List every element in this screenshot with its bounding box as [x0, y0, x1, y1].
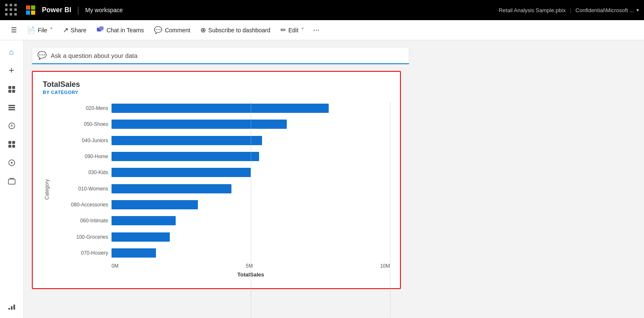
x-axis-title: TotalSales: [53, 271, 390, 278]
bar-track: [112, 248, 390, 258]
bar-track: [112, 184, 390, 193]
bar-row: 030-Kids: [53, 166, 390, 179]
powerbi-brand: Power BI: [42, 6, 71, 14]
svg-rect-21: [8, 179, 15, 184]
bar-label: 010-Womens: [53, 186, 112, 192]
bar-row: 070-Hosiery: [53, 246, 390, 260]
microsoft-logo: [26, 5, 35, 15]
top-bar: Power BI | My workspace Retail Analysis …: [0, 0, 644, 20]
sidebar-item-home[interactable]: ⌂: [3, 44, 20, 60]
svg-rect-10: [12, 90, 15, 93]
bar-fill: [112, 232, 170, 242]
x-axis: 0M 5M 10M: [53, 263, 390, 269]
svg-rect-11: [8, 109, 15, 110]
bar-label: 040-Juniors: [53, 138, 112, 143]
edit-chevron: ˅: [301, 27, 304, 34]
confidential-chevron[interactable]: ▾: [636, 7, 639, 13]
bar-track: [112, 104, 390, 113]
bar-row: 060-Intimate: [53, 214, 390, 227]
hamburger-icon: ☰: [11, 26, 17, 34]
bar-fill: [112, 200, 198, 209]
sidebar-item-metrics[interactable]: [3, 117, 20, 134]
bar-row: 040-Juniors: [53, 134, 390, 147]
x-label-0m: 0M: [112, 263, 119, 269]
bar-chart: Category 020-Mens050-Shoes040-Juniors090…: [43, 102, 390, 278]
bar-track: [112, 200, 390, 209]
app-launcher-button[interactable]: [5, 4, 18, 16]
top-divider: |: [570, 7, 571, 13]
confidential-label: Confidential\Microsoft ...: [576, 7, 634, 13]
file-chevron: ˅: [50, 27, 53, 34]
svg-rect-3: [31, 10, 35, 15]
comment-button[interactable]: 💬 Comment: [150, 23, 195, 36]
bar-fill: [112, 216, 176, 225]
subscribe-button[interactable]: ⊕ Subscribe to dashboard: [196, 23, 275, 36]
teams-icon: [96, 26, 104, 35]
qa-placeholder: Ask a question about your data: [51, 52, 138, 59]
svg-rect-22: [8, 308, 10, 310]
workspace-label[interactable]: My workspace: [85, 7, 122, 13]
edit-button[interactable]: ✏ Edit ˅: [276, 23, 308, 36]
bar-label: 090-Home: [53, 154, 112, 159]
bar-label: 080-Accessories: [53, 202, 112, 208]
svg-rect-24: [13, 305, 15, 310]
bar-fill: [112, 152, 259, 161]
svg-rect-15: [8, 141, 11, 144]
comment-label: Comment: [165, 27, 190, 34]
subscribe-icon: ⊕: [200, 26, 206, 34]
sidebar-item-create[interactable]: +: [3, 62, 20, 79]
share-button[interactable]: ↗ Share: [59, 23, 91, 36]
share-label: Share: [71, 27, 86, 34]
bar-track: [112, 136, 390, 145]
bar-row: 080-Accessories: [53, 198, 390, 211]
bar-label: 030-Kids: [53, 169, 112, 175]
bar-row: 050-Shoes: [53, 117, 390, 131]
svg-rect-7: [8, 86, 11, 89]
sidebar-item-apps[interactable]: [3, 136, 20, 153]
x-label-10m: 10M: [380, 263, 390, 269]
svg-rect-18: [12, 145, 15, 148]
file-icon: 📄: [27, 26, 35, 34]
bar-track: [112, 120, 390, 129]
sidebar-item-workspaces[interactable]: [3, 173, 20, 190]
chat-in-teams-button[interactable]: Chat in Teams: [92, 23, 148, 37]
main-content: 💬 Ask a question about your data TotalSa…: [23, 40, 644, 318]
svg-rect-16: [12, 141, 15, 144]
svg-rect-9: [8, 90, 11, 93]
sidebar-item-deployment[interactable]: [3, 298, 20, 315]
svg-rect-8: [12, 86, 15, 89]
file-label: File: [38, 27, 47, 34]
x-axis-labels: 0M 5M 10M: [112, 263, 390, 269]
sidebar-item-datahub[interactable]: [3, 99, 20, 116]
bar-track: [112, 216, 390, 225]
bar-fill: [112, 248, 156, 258]
bar-label: 020-Mens: [53, 105, 112, 111]
chart-container: TotalSales BY CATEGORY Category 020-Mens…: [32, 71, 401, 289]
bars-area: 020-Mens050-Shoes040-Juniors090-Home030-…: [53, 102, 390, 261]
svg-rect-2: [26, 10, 30, 15]
bar-label: 070-Hosiery: [53, 250, 112, 256]
y-axis-label: Category: [43, 102, 51, 278]
chart-subtitle: BY CATEGORY: [43, 90, 390, 95]
toolbar: ☰ 📄 File ˅ ↗ Share Chat in Teams 💬 Comme…: [0, 20, 644, 40]
qa-bar[interactable]: 💬 Ask a question about your data: [32, 47, 409, 64]
bar-row: 010-Womens: [53, 182, 390, 195]
x-label-5m: 5M: [246, 263, 253, 269]
subscribe-label: Subscribe to dashboard: [208, 27, 270, 34]
chart-inner: 020-Mens050-Shoes040-Juniors090-Home030-…: [53, 102, 390, 278]
file-button[interactable]: 📄 File ˅: [23, 23, 57, 36]
layout: ⌂ + 💬 Ask a question about your data: [0, 40, 644, 318]
svg-rect-13: [8, 105, 15, 106]
svg-rect-1: [31, 5, 35, 10]
sidebar-item-learn[interactable]: [3, 154, 20, 171]
svg-rect-17: [8, 145, 11, 148]
share-icon: ↗: [63, 26, 68, 34]
sidebar-item-browse[interactable]: [3, 81, 20, 97]
menu-toggle-button[interactable]: ☰: [7, 23, 21, 36]
bar-label: 060-Intimate: [53, 218, 112, 224]
chart-title: TotalSales: [43, 80, 390, 89]
more-options-button[interactable]: ···: [310, 24, 323, 36]
qa-icon: 💬: [37, 51, 47, 60]
comment-icon: 💬: [154, 26, 162, 34]
svg-point-6: [100, 26, 102, 28]
